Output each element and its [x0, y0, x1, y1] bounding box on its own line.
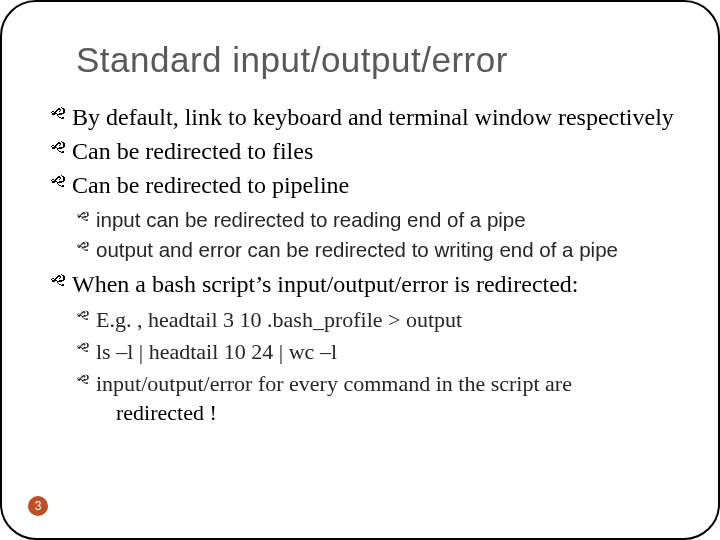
sub-bullet-output-pipe: output and error can be redirected to wr…	[76, 236, 674, 264]
bullet-default-link: By default, link to keyboard and termina…	[50, 102, 674, 132]
sub-bullets-script: E.g. , headtail 3 10 .bash_profile > out…	[76, 305, 674, 426]
sub-bullet-every-command-cont-text: redirected !	[116, 400, 217, 425]
sub-bullet-example-ls: ls –l | headtail 10 24 | wc –l	[76, 337, 674, 367]
bullet-script-redirect: When a bash script’s input/output/error …	[50, 269, 674, 299]
sub-bullet-example-headtail: E.g. , headtail 3 10 .bash_profile > out…	[76, 305, 674, 335]
sub-bullets-pipeline: input can be redirected to reading end o…	[76, 206, 674, 263]
page-number: 3	[28, 496, 48, 516]
sub-bullet-every-command: input/output/error for every command in …	[76, 369, 674, 399]
sub-bullet-every-command-cont: redirected !	[96, 400, 674, 426]
bullet-redirect-pipeline: Can be redirected to pipeline	[50, 170, 674, 200]
bullet-redirect-files: Can be redirected to files	[50, 136, 674, 166]
slide-title: Standard input/output/error	[76, 40, 674, 80]
slide-frame: Standard input/output/error By default, …	[0, 0, 720, 540]
sub-bullet-input-pipe: input can be redirected to reading end o…	[76, 206, 674, 234]
